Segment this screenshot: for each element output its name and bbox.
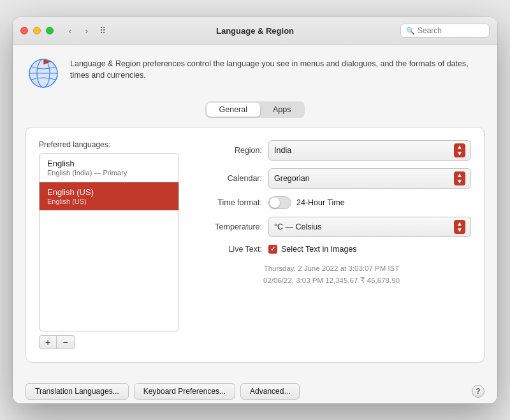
main-panel: Preferred languages: English English (In… — [26, 127, 484, 363]
search-icon: 🔍 — [406, 27, 415, 35]
traffic-lights — [20, 27, 54, 34]
list-item[interactable]: English English (India) — Primary — [40, 154, 178, 182]
content: Language & Region preferences control th… — [13, 45, 497, 375]
temperature-label: Temperature: — [192, 222, 262, 231]
minimize-button[interactable] — [33, 27, 41, 34]
region-row: Region: India ▲ ▼ — [192, 140, 471, 161]
advanced-button[interactable]: Advanced... — [240, 383, 300, 400]
languages-label: Preferred languages: — [39, 140, 179, 149]
live-text-label: Live Text: — [192, 245, 262, 254]
lang-name: English — [47, 159, 171, 168]
live-text-checkbox-label: Select Text in Images — [281, 245, 357, 254]
temperature-value: °C — Celsius — [274, 222, 321, 231]
region-arrows: ▲ ▼ — [454, 143, 465, 157]
search-box[interactable]: 🔍 — [400, 24, 490, 38]
back-button[interactable]: ‹ — [64, 24, 76, 37]
time-format-toggle[interactable] — [268, 196, 291, 209]
calendar-select[interactable]: Gregorian ▲ ▼ — [268, 168, 471, 189]
time-format-toggle-label: 24-Hour Time — [296, 198, 345, 207]
left-panel: Preferred languages: English English (In… — [39, 140, 179, 349]
window: ‹ › ⠿ Language & Region 🔍 — [13, 17, 497, 403]
temperature-control: °C — Celsius ▲ ▼ — [268, 217, 471, 237]
lang-sub: English (India) — Primary — [47, 169, 171, 177]
calendar-label: Calendar: — [192, 174, 262, 183]
preview-line1: Thursday, 2 June 2022 at 3:03:07 PM IST — [192, 263, 471, 275]
list-item[interactable]: English (US) English (US) — [40, 182, 178, 210]
translation-languages-button[interactable]: Translation Languages... — [26, 383, 129, 400]
forward-button[interactable]: › — [80, 24, 93, 37]
right-panel: Region: India ▲ ▼ Calendar: — [192, 140, 471, 349]
live-text-checkbox[interactable]: ✓ — [268, 245, 277, 254]
description-area: Language & Region preferences control th… — [26, 55, 484, 91]
lang-name: English (US) — [47, 187, 171, 197]
toggle-row: 24-Hour Time — [268, 196, 345, 209]
remove-language-button[interactable]: − — [57, 335, 75, 349]
calendar-control: Gregorian ▲ ▼ — [268, 168, 471, 189]
tab-general[interactable]: General — [207, 103, 260, 117]
time-format-label: Time format: — [192, 198, 262, 207]
tab-apps[interactable]: Apps — [260, 103, 304, 117]
toggle-knob — [270, 198, 280, 208]
calendar-row: Calendar: Gregorian ▲ ▼ — [192, 168, 471, 189]
calendar-arrows: ▲ ▼ — [454, 171, 465, 185]
add-language-button[interactable]: + — [39, 335, 57, 349]
window-title: Language & Region — [216, 26, 294, 36]
live-text-row: Live Text: ✓ Select Text in Images — [192, 245, 471, 254]
bottom-buttons: Translation Languages... Keyboard Prefer… — [26, 383, 300, 400]
search-input[interactable] — [418, 26, 484, 35]
region-value: India — [274, 146, 291, 155]
help-button[interactable]: ? — [472, 385, 484, 398]
bottom-bar: Translation Languages... Keyboard Prefer… — [13, 375, 497, 403]
grid-icon[interactable]: ⠿ — [99, 25, 106, 36]
maximize-button[interactable] — [46, 27, 54, 34]
preview-line2: 02/06/22, 3:03 PM 12,345.67 ₹ 45,678.90 — [192, 275, 471, 287]
globe-icon — [26, 55, 61, 91]
region-select[interactable]: India ▲ ▼ — [268, 140, 471, 161]
close-button[interactable] — [20, 27, 28, 34]
tabs-bar: General Apps — [26, 101, 484, 118]
keyboard-preferences-button[interactable]: Keyboard Preferences... — [134, 383, 235, 400]
temperature-row: Temperature: °C — Celsius ▲ ▼ — [192, 217, 471, 237]
temperature-arrows: ▲ ▼ — [454, 220, 465, 234]
temperature-select[interactable]: °C — Celsius ▲ ▼ — [268, 217, 471, 237]
description-text: Language & Region preferences control th… — [70, 55, 484, 82]
time-format-control: 24-Hour Time — [268, 196, 471, 209]
tab-container: General Apps — [205, 101, 305, 118]
time-format-row: Time format: 24-Hour Time — [192, 196, 471, 209]
region-label: Region: — [192, 146, 262, 155]
region-control: India ▲ ▼ — [268, 140, 471, 161]
live-text-control: ✓ Select Text in Images — [268, 245, 471, 254]
checkbox-row: ✓ Select Text in Images — [268, 245, 357, 254]
calendar-value: Gregorian — [274, 174, 310, 183]
list-buttons: + − — [39, 335, 179, 349]
date-preview: Thursday, 2 June 2022 at 3:03:07 PM IST … — [192, 263, 471, 287]
language-list: English English (India) — Primary Englis… — [39, 153, 179, 331]
nav-buttons: ‹ › — [64, 24, 93, 37]
lang-sub: English (US) — [47, 198, 171, 205]
titlebar: ‹ › ⠿ Language & Region 🔍 — [13, 17, 497, 45]
check-icon: ✓ — [270, 245, 275, 252]
